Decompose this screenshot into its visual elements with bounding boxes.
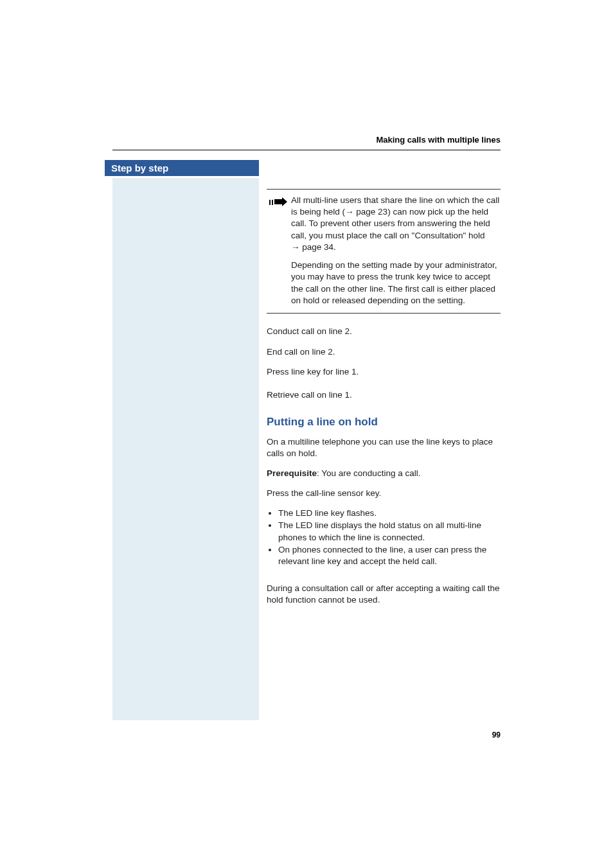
- step-by-step-banner: Step by step: [105, 160, 259, 176]
- step-text: Press line key for line 1.: [267, 366, 501, 378]
- svg-rect-0: [269, 200, 271, 205]
- page-header-title: Making calls with multiple lines: [112, 135, 501, 145]
- step-text: Conduct call on line 2.: [267, 325, 501, 337]
- note-para-1: All multi-line users that share the line…: [291, 195, 501, 253]
- step-row-press-line-key: Press line key for line 1.: [267, 366, 501, 381]
- svg-rect-1: [272, 200, 273, 205]
- note-box: All multi-line users that share the line…: [267, 189, 501, 314]
- note-icon-column: [267, 195, 291, 306]
- note-p1-link1: page 23: [356, 207, 387, 217]
- step-row-retrieve-call: Retrieve call on line 1.: [267, 389, 501, 402]
- list-item: The LED line key flashes.: [278, 508, 501, 519]
- section-outro: During a consultation call or after acce…: [267, 583, 501, 606]
- step-row-conduct-call: Conduct call on line 2.: [267, 325, 501, 338]
- step-text: Press the call-line sensor key.: [267, 487, 501, 499]
- step-row-end-call: End call on line 2.: [267, 346, 501, 358]
- step-text: Retrieve call on line 1.: [267, 389, 501, 401]
- note-arrow-icon: [269, 197, 287, 209]
- prerequisite-line: Prerequisite: You are conducting a call.: [267, 468, 501, 479]
- list-item: The LED line displays the hold status on…: [278, 520, 501, 543]
- prerequisite-text: : You are conducting a call.: [317, 468, 420, 478]
- page-number: 99: [492, 731, 501, 740]
- step-row-bullets: The LED line key flashes. The LED line d…: [267, 507, 501, 575]
- note-text: All multi-line users that share the line…: [291, 195, 501, 306]
- section-intro: On a multiline telephone you can use the…: [267, 436, 501, 459]
- note-p1-post: .: [333, 242, 336, 252]
- arrow-icon: →: [291, 242, 302, 252]
- prerequisite-label: Prerequisite: [267, 468, 317, 478]
- list-item: On phones connected to the line, a user …: [278, 544, 501, 567]
- sidebar-background: [112, 178, 259, 720]
- step-row-press-sensor: Press the call-line sensor key.: [267, 487, 501, 499]
- arrow-icon: →: [345, 207, 356, 217]
- step-text: End call on line 2.: [267, 346, 501, 358]
- note-para-2: Depending on the setting made by your ad…: [291, 260, 501, 306]
- main-content: All multi-line users that share the line…: [267, 176, 501, 607]
- section-heading-putting-line-on-hold: Putting a line on hold: [267, 416, 501, 429]
- note-p1-link2: page 34: [302, 242, 333, 252]
- bullet-list: The LED line key flashes. The LED line d…: [267, 508, 501, 567]
- header-rule: [112, 150, 501, 150]
- step-text: The LED line key flashes. The LED line d…: [267, 507, 501, 575]
